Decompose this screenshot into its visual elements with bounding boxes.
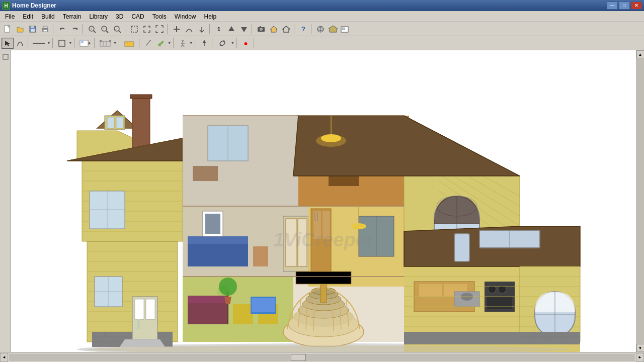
- svg-marker-25: [241, 27, 247, 32]
- zoom-in-button[interactable]: +: [99, 24, 111, 35]
- svg-marker-37: [5, 41, 10, 46]
- fence-dropdown[interactable]: ▼: [113, 41, 117, 45]
- rotate-dropdown[interactable]: ▼: [231, 41, 235, 45]
- sidebar-btn-1[interactable]: [1, 52, 10, 61]
- scroll-down-button[interactable]: ▼: [636, 344, 645, 352]
- scroll-thumb-horizontal[interactable]: [291, 354, 306, 361]
- menu-cad[interactable]: CAD: [127, 12, 148, 21]
- scroll-track-horizontal[interactable]: [9, 354, 635, 361]
- svg-rect-128: [193, 166, 218, 181]
- svg-text:+: +: [103, 27, 105, 31]
- fit-button[interactable]: [141, 24, 153, 35]
- help-button[interactable]: ?: [297, 24, 309, 35]
- svg-rect-5: [31, 26, 34, 28]
- line-style-button[interactable]: [31, 38, 46, 49]
- svg-line-56: [183, 45, 184, 47]
- record-button[interactable]: ●: [240, 38, 252, 49]
- menu-3d[interactable]: 3D: [112, 12, 127, 21]
- house-3d-button[interactable]: [327, 24, 339, 35]
- house-exterior-button[interactable]: [268, 24, 280, 35]
- tb-sep-1: [53, 24, 55, 34]
- down-arrow-tool[interactable]: [196, 24, 208, 35]
- menu-bar: File Edit Build Terrain Library 3D CAD T…: [0, 11, 644, 22]
- minimize-button[interactable]: —: [607, 2, 618, 10]
- tb-sep-8: [311, 24, 313, 34]
- figure-button[interactable]: [177, 38, 189, 49]
- rect-select-button[interactable]: [56, 38, 68, 49]
- add-button[interactable]: [171, 24, 183, 35]
- svg-marker-42: [89, 42, 91, 45]
- menu-library[interactable]: Library: [85, 12, 112, 21]
- svg-point-229: [351, 223, 366, 229]
- close-button[interactable]: ✕: [631, 2, 642, 10]
- svg-rect-156: [252, 298, 275, 312]
- zoom-window-button[interactable]: +: [86, 24, 98, 35]
- fence-button[interactable]: [98, 38, 113, 49]
- svg-rect-36: [342, 28, 345, 30]
- svg-line-51: [150, 40, 151, 41]
- figure-dropdown[interactable]: ▼: [189, 41, 193, 45]
- curve-tool-button[interactable]: [14, 38, 26, 49]
- scroll-track-vertical[interactable]: [637, 58, 644, 344]
- menu-tools[interactable]: Tools: [148, 12, 171, 21]
- arc-tool[interactable]: [183, 24, 195, 35]
- open-file-button[interactable]: [122, 38, 137, 49]
- menu-help[interactable]: Help: [200, 12, 220, 21]
- svg-rect-159: [419, 284, 442, 297]
- maximize-button[interactable]: □: [619, 2, 630, 10]
- level-1-button[interactable]: 1: [213, 24, 225, 35]
- paint-button[interactable]: [155, 38, 167, 49]
- line-style-dropdown[interactable]: ▼: [47, 41, 51, 45]
- tb2-sep-2: [52, 38, 54, 48]
- zoom-out-button[interactable]: -: [111, 24, 123, 35]
- view3d-button[interactable]: [314, 24, 327, 35]
- house-interior-button[interactable]: [280, 24, 292, 35]
- new-button[interactable]: [2, 24, 14, 35]
- toolbar-1: + + - 1 ?: [0, 22, 644, 36]
- right-scrollbar: ▲ ▼: [636, 50, 644, 352]
- rect-select-dropdown[interactable]: ▼: [68, 41, 72, 45]
- pencil-button[interactable]: [142, 38, 154, 49]
- undo-button[interactable]: [56, 24, 68, 35]
- menu-file[interactable]: File: [1, 12, 19, 21]
- svg-rect-166: [487, 297, 512, 309]
- scroll-right-button[interactable]: ►: [636, 353, 644, 362]
- svg-rect-130: [188, 241, 248, 266]
- export-button[interactable]: [77, 38, 93, 49]
- layout-button[interactable]: [340, 24, 352, 35]
- tb2-sep-10: [236, 38, 238, 48]
- up-floor-button[interactable]: [225, 24, 237, 35]
- menu-edit[interactable]: Edit: [19, 12, 37, 21]
- camera-button[interactable]: [255, 24, 267, 35]
- svg-rect-6: [31, 29, 35, 32]
- svg-line-16: [106, 31, 108, 33]
- scroll-up-button[interactable]: ▲: [636, 50, 645, 58]
- down-floor-button[interactable]: [238, 24, 250, 35]
- paint-dropdown[interactable]: ▼: [168, 41, 172, 45]
- tb2-sep-8: [195, 38, 197, 48]
- menu-terrain[interactable]: Terrain: [59, 12, 86, 21]
- redo-button[interactable]: [69, 24, 81, 35]
- svg-rect-107: [130, 95, 152, 99]
- svg-text:1ViCreeper: 1ViCreeper: [273, 229, 374, 250]
- svg-line-13: [94, 31, 96, 33]
- svg-marker-86: [120, 339, 165, 347]
- menu-window[interactable]: Window: [171, 12, 200, 21]
- svg-line-50: [146, 45, 146, 46]
- svg-rect-105: [116, 117, 123, 128]
- open-button[interactable]: [14, 24, 26, 35]
- print-button[interactable]: [39, 24, 51, 35]
- select-cursor-button[interactable]: [2, 38, 14, 49]
- select-rect-button[interactable]: [128, 24, 140, 35]
- menu-build[interactable]: Build: [37, 12, 59, 21]
- save-button[interactable]: [27, 24, 39, 35]
- scroll-left-button[interactable]: ◄: [0, 353, 8, 362]
- window-controls: — □ ✕: [607, 2, 642, 10]
- tb2-sep-7: [173, 38, 175, 48]
- tb2-sep-4: [94, 38, 96, 48]
- canvas-area: 1ViCreeper: [11, 50, 636, 352]
- rotate-button[interactable]: [215, 38, 230, 49]
- arrow-up-button[interactable]: [198, 38, 210, 49]
- svg-rect-131: [188, 236, 248, 244]
- fullscreen-button[interactable]: [153, 24, 166, 35]
